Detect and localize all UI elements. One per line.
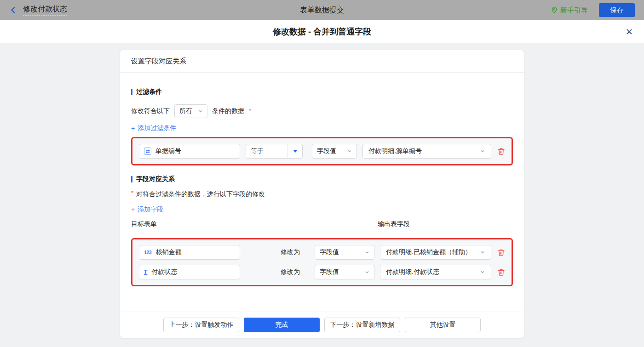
modify-to-label: 修改为	[281, 248, 303, 256]
condition-logic-value: 所有	[179, 107, 192, 115]
filter-field-input[interactable]: ⇄ 单据编号	[139, 144, 240, 159]
modal-header: 修改数据 - 合并到普通字段 ✕	[0, 20, 644, 43]
section-bar	[131, 89, 132, 95]
page-title: 表单数据提交	[0, 6, 644, 15]
mapping-row: 123 核销金额 修改为 字段值 付款明细.已核销金额（辅助）	[139, 245, 505, 260]
text-field-icon: T	[144, 269, 147, 275]
filter-section-title: 过滤条件	[131, 88, 513, 96]
done-button[interactable]: 完成	[244, 318, 320, 332]
chevron-down-icon	[364, 250, 370, 255]
condition-logic-select[interactable]: 所有	[174, 104, 207, 118]
chevron-down-icon	[198, 108, 203, 114]
filter-field-name: 单据编号	[155, 147, 181, 155]
required-asterisk: *	[249, 107, 251, 114]
mapping-value: 付款明细.已核销金额（辅助）	[386, 248, 472, 256]
required-asterisk: *	[131, 189, 133, 196]
spacer	[131, 286, 513, 312]
guide-pin-icon	[551, 6, 558, 14]
plus-icon: +	[131, 206, 135, 213]
filter-value-select[interactable]: 付款明细.源单编号	[362, 144, 491, 159]
delete-mapping-button[interactable]	[497, 268, 505, 276]
delete-mapping-button[interactable]	[497, 249, 505, 256]
back-icon	[9, 6, 17, 14]
modal-title: 修改数据 - 合并到普通字段	[273, 26, 371, 37]
topbar: 表单数据提交 修改付款状态 新手引导 保存	[0, 0, 644, 20]
chevron-down-icon	[480, 250, 485, 255]
card-header-title: 设置字段对应关系	[120, 50, 524, 73]
trash-icon	[497, 148, 505, 155]
trash-icon	[497, 249, 505, 256]
operator-select[interactable]: 等于	[246, 144, 303, 159]
mapping-value-select[interactable]: 付款明细.已核销金额（辅助）	[380, 245, 491, 260]
close-icon[interactable]: ✕	[626, 20, 633, 43]
value-type-select[interactable]: 字段值	[315, 265, 374, 279]
mapping-highlight-box: 123 核销金额 修改为 字段值 付款明细.已核销金额（辅助）	[131, 238, 513, 286]
mapping-row: T 付款状态 修改为 字段值 付款明细.付款状态	[139, 265, 505, 279]
mapping-field-input[interactable]: T 付款状态	[139, 265, 240, 279]
value-type-select[interactable]: 字段值	[312, 144, 357, 159]
modify-to-label: 修改为	[281, 268, 303, 276]
save-button[interactable]: 保存	[599, 3, 635, 17]
value-type-select[interactable]: 字段值	[315, 245, 374, 260]
number-field-icon: 123	[144, 250, 152, 255]
chevron-down-icon	[364, 269, 370, 275]
trash-icon	[497, 268, 505, 276]
add-filter-condition-link[interactable]: + 添加过滤条件	[131, 124, 176, 132]
back-button[interactable]	[9, 6, 17, 14]
chevron-down-icon	[480, 269, 485, 275]
operator-value: 等于	[246, 147, 288, 155]
value-type: 字段值	[317, 147, 336, 155]
serial-number-icon: ⇄	[144, 148, 151, 155]
mapping-description: * 对符合过滤条件的数据，进行以下字段的修改	[131, 190, 513, 199]
flow-title[interactable]: 修改付款状态	[23, 5, 67, 16]
mapping-value-select[interactable]: 付款明细.付款状态	[380, 265, 491, 279]
plus-icon: +	[131, 125, 135, 132]
filter-highlight-box: ⇄ 单据编号 等于 字段值	[131, 137, 513, 165]
filter-row: ⇄ 单据编号 等于 字段值	[139, 144, 505, 159]
card-footer: 上一步：设置触发动作 完成 下一步：设置新增数据 其他设置	[120, 312, 524, 338]
condition-suffix: 条件的数据	[212, 107, 244, 115]
mapping-section-title: 字段对应关系	[131, 175, 513, 183]
value-type: 字段值	[320, 268, 339, 276]
modal-body: 设置字段对应关系 过滤条件 修改符合以下 所有 条件的数据 * +	[0, 43, 644, 347]
settings-card: 设置字段对应关系 过滤条件 修改符合以下 所有 条件的数据 * +	[120, 50, 524, 338]
filter-value: 付款明细.源单编号	[368, 147, 422, 155]
operator-caret-zone[interactable]	[288, 144, 302, 158]
mapping-column-headers: 目标表单 输出表字段	[131, 220, 513, 228]
condition-prefix: 修改符合以下	[131, 107, 170, 115]
add-field-link[interactable]: + 添加字段	[131, 205, 163, 214]
chevron-down-icon	[347, 148, 352, 154]
prev-step-button[interactable]: 上一步：设置触发动作	[163, 318, 239, 332]
mapping-field-input[interactable]: 123 核销金额	[139, 245, 240, 260]
condition-row: 修改符合以下 所有 条件的数据 *	[131, 104, 513, 118]
section-bar	[131, 176, 132, 182]
mapping-value: 付款明细.付款状态	[386, 268, 439, 276]
caret-down-icon	[293, 150, 298, 153]
other-settings-button[interactable]: 其他设置	[405, 318, 481, 332]
mapping-field-name: 核销金额	[156, 248, 182, 256]
mapping-field-name: 付款状态	[151, 268, 177, 276]
guide-button[interactable]: 新手引导	[551, 6, 588, 15]
column-output-field: 输出表字段	[378, 220, 410, 228]
divider	[131, 232, 513, 232]
chevron-down-icon	[480, 148, 485, 154]
next-step-button[interactable]: 下一步：设置新增数据	[324, 318, 400, 332]
value-type: 字段值	[320, 248, 339, 256]
guide-label: 新手引导	[560, 6, 588, 15]
column-target-form: 目标表单	[131, 220, 157, 228]
delete-filter-button[interactable]	[497, 148, 505, 155]
